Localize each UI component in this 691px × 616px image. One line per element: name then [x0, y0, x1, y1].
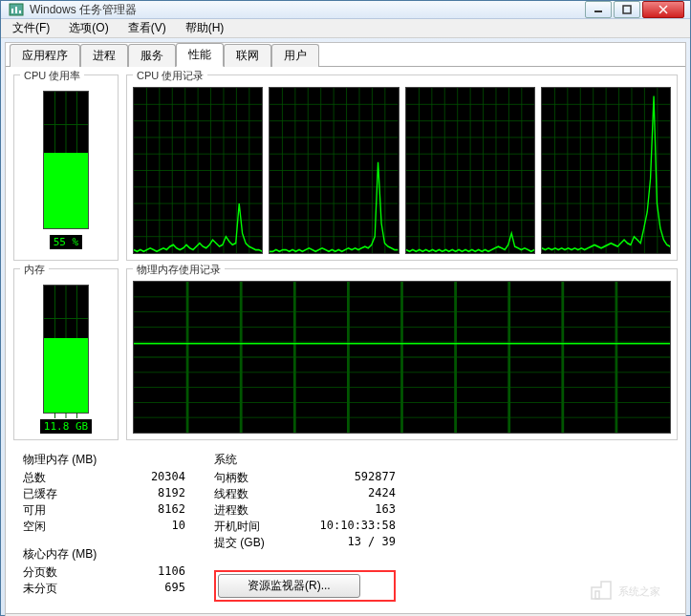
cpu-gauge-fill [44, 153, 88, 228]
resource-monitor-button[interactable]: 资源监视器(R)... [218, 574, 360, 598]
svg-text:系统之家: 系统之家 [618, 585, 660, 597]
phys-cached-k: 已缓存 [23, 486, 57, 502]
phys-total-v: 20304 [151, 470, 185, 486]
sys-handles-v: 592877 [355, 470, 396, 486]
memory-title: 内存 [20, 263, 49, 277]
tab-users[interactable]: 用户 [271, 44, 319, 67]
tab-processes[interactable]: 进程 [80, 44, 128, 67]
memory-gauge [43, 285, 89, 414]
cpu-gauge [43, 91, 89, 229]
svg-rect-110 [595, 591, 599, 599]
phys-mem-header: 物理内存 (MB) [23, 452, 185, 468]
sys-commit-k: 提交 (GB) [214, 535, 265, 551]
stats-row: 物理内存 (MB) 总数20304 已缓存8192 可用8162 空闲10 核心… [13, 448, 678, 605]
sys-handles-k: 句柄数 [214, 470, 248, 486]
system-header: 系统 [214, 452, 396, 468]
sys-threads-k: 线程数 [214, 486, 248, 502]
menu-view[interactable]: 查看(V) [120, 18, 174, 38]
cpu-usage-box: CPU 使用率 55 % [13, 74, 119, 261]
phys-avail-v: 8162 [158, 502, 185, 519]
menu-help[interactable]: 帮助(H) [178, 18, 232, 38]
menubar: 文件(F) 选项(O) 查看(V) 帮助(H) [1, 19, 690, 38]
app-icon [9, 2, 24, 17]
cpu-chart-3 [541, 87, 671, 254]
cpu-chart-1 [269, 87, 399, 254]
watermark-icon: 系统之家 [590, 576, 676, 607]
memory-history-title: 物理内存使用记录 [133, 263, 225, 277]
cpu-history-title: CPU 使用记录 [133, 69, 207, 83]
cpu-history-box: CPU 使用记录 [126, 74, 678, 261]
kernel-paged-k: 分页数 [23, 564, 57, 581]
client-area: 应用程序 进程 服务 性能 联网 用户 CPU 使用率 [5, 42, 686, 616]
menu-options[interactable]: 选项(O) [61, 18, 116, 38]
cpu-chart-0 [133, 87, 263, 254]
tab-networking[interactable]: 联网 [224, 44, 271, 67]
maximize-button[interactable] [614, 1, 640, 18]
tab-applications[interactable]: 应用程序 [10, 44, 80, 67]
kernel-paged-v: 1106 [158, 564, 185, 581]
sys-threads-v: 2424 [368, 486, 396, 502]
sys-procs-k: 进程数 [214, 502, 248, 519]
phys-cached-v: 8192 [158, 486, 185, 502]
task-manager-window: Windows 任务管理器 文件(F) 选项(O) 查看(V) 帮助(H) 应用… [0, 0, 691, 616]
svg-rect-2 [15, 7, 17, 13]
cpu-gauge-label: 55 % [50, 235, 83, 249]
kernel-mem-header: 核心内存 (MB) [23, 546, 185, 563]
memory-gauge-fill [44, 338, 88, 413]
memory-box: 内存 11.8 GB [13, 268, 119, 440]
window-buttons [585, 1, 684, 18]
titlebar[interactable]: Windows 任务管理器 [1, 1, 690, 19]
sys-procs-v: 163 [375, 502, 396, 519]
svg-rect-3 [19, 11, 21, 13]
phys-total-k: 总数 [23, 470, 46, 486]
kernel-mem-group: 核心内存 (MB) 分页数1106 未分页695 [23, 546, 185, 597]
phys-mem-group: 物理内存 (MB) 总数20304 已缓存8192 可用8162 空闲10 [23, 452, 185, 535]
phys-avail-k: 可用 [23, 502, 46, 519]
phys-free-k: 空闲 [23, 519, 46, 535]
minimize-button[interactable] [585, 1, 612, 18]
memory-chart [133, 281, 671, 434]
memory-gauge-label: 11.8 GB [40, 419, 92, 434]
svg-rect-5 [623, 6, 631, 13]
sys-uptime-k: 开机时间 [214, 519, 260, 535]
kernel-nonpaged-v: 695 [164, 581, 185, 597]
tab-strip: 应用程序 进程 服务 性能 联网 用户 [6, 43, 685, 66]
svg-rect-1 [11, 9, 13, 13]
cpu-chart-2 [405, 87, 535, 254]
system-group: 系统 句柄数592877 线程数2424 进程数163 开机时间10:10:33… [214, 452, 396, 551]
menu-file[interactable]: 文件(F) [5, 18, 57, 38]
sys-commit-v: 13 / 39 [347, 535, 396, 551]
cpu-usage-title: CPU 使用率 [20, 69, 84, 83]
window-title: Windows 任务管理器 [30, 2, 585, 18]
kernel-nonpaged-k: 未分页 [23, 581, 57, 597]
memory-history-box: 物理内存使用记录 [126, 268, 678, 440]
phys-free-v: 10 [172, 519, 185, 535]
tab-services[interactable]: 服务 [128, 44, 176, 67]
performance-tab-content: CPU 使用率 55 % CPU 使用记录 [6, 66, 685, 613]
sys-uptime-v: 10:10:33:58 [320, 519, 396, 535]
tab-performance[interactable]: 性能 [176, 43, 224, 67]
close-button[interactable] [642, 1, 684, 18]
